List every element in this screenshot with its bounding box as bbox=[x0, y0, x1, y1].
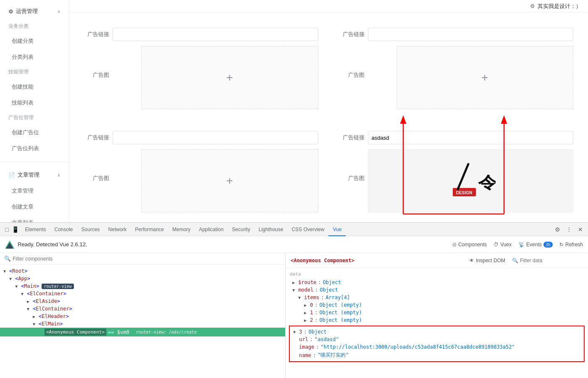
sidebar-item-ad-list[interactable]: 广告位列表 bbox=[0, 141, 69, 156]
tab-performance[interactable]: Performance bbox=[131, 223, 168, 236]
plus-icon-1: + bbox=[226, 71, 233, 84]
settings-icon: ⚙ bbox=[530, 3, 535, 9]
tree-node-elheader[interactable]: <ElHeader> bbox=[0, 313, 285, 320]
tab-sources[interactable]: Sources bbox=[77, 223, 104, 236]
events-icon: 📡 bbox=[518, 242, 525, 248]
article-group-label: 文章管理 bbox=[18, 171, 57, 179]
tree-node-elcontainer1[interactable]: <ElContainer> bbox=[0, 290, 285, 297]
tree-node-elaside[interactable]: <ElAside> bbox=[0, 297, 285, 305]
components-icon: ⊙ bbox=[452, 242, 457, 248]
tab-elements[interactable]: Elements bbox=[21, 223, 50, 236]
sidebar-item-article-mgmt[interactable]: 文章管理 bbox=[0, 183, 69, 199]
model-arrow: ▼ bbox=[292, 288, 298, 292]
tab-security[interactable]: Security bbox=[228, 223, 254, 236]
inspect-dom-btn[interactable]: 👁 Inspect DOM bbox=[469, 258, 505, 263]
data-panel-header: <Anonymous Component> 👁 Inspect DOM 🔍 bbox=[286, 253, 588, 268]
ops-group-header[interactable]: ⚙ 运营管理 ∧ bbox=[0, 3, 69, 19]
vm0-label: == $vm0 bbox=[108, 329, 129, 335]
name-key: name bbox=[299, 352, 311, 358]
ad2-image-upload[interactable]: + bbox=[396, 46, 574, 109]
tab-css-overview[interactable]: CSS Overview bbox=[287, 223, 328, 236]
ops-group-label: 运营管理 bbox=[16, 8, 57, 15]
settings-devtools-btn[interactable]: ⚙ bbox=[553, 224, 562, 235]
article-icon: 📄 bbox=[8, 172, 15, 178]
tree-node-root[interactable]: <Root> bbox=[0, 267, 285, 275]
tree-node-anonymous[interactable]: <Anonymous Component> == $vm0 router-vie… bbox=[0, 328, 285, 336]
ad3-image-upload[interactable]: + bbox=[141, 149, 318, 212]
ad-card-3: 广告链接 广告图 + bbox=[78, 127, 325, 222]
sidebar-item-skill-list[interactable]: 技能列表 bbox=[0, 95, 69, 111]
plus-icon-2: + bbox=[481, 71, 488, 84]
tab-lighthouse[interactable]: Lighthouse bbox=[255, 223, 288, 236]
ad-row-2: 广告链接 广告图 + 广告链接 bbox=[78, 127, 580, 222]
device-btn[interactable]: 📱 bbox=[10, 224, 21, 235]
data-route-row[interactable]: ▶ $route : Object bbox=[286, 279, 588, 286]
items-arrow: ▼ bbox=[298, 295, 304, 300]
tab-network[interactable]: Network bbox=[104, 223, 131, 236]
components-btn[interactable]: ⊙ Components bbox=[452, 242, 487, 248]
eye-icon: 👁 bbox=[469, 258, 474, 263]
sidebar-item-cat-list[interactable]: 分类列表 bbox=[0, 49, 69, 65]
data-item-3-row[interactable]: ▼ 3 : Object bbox=[291, 328, 582, 336]
inspect-element-btn[interactable]: □ bbox=[3, 224, 10, 235]
sidebar-item-create-cat[interactable]: 创建分类 bbox=[0, 33, 69, 49]
filter-data-input[interactable] bbox=[520, 258, 583, 263]
events-count-badge: 35 bbox=[543, 242, 553, 248]
data-model-row[interactable]: ▼ model : Object bbox=[286, 286, 588, 294]
events-btn[interactable]: 📡 Events 35 bbox=[518, 242, 553, 248]
tree-node-app[interactable]: <App> bbox=[0, 275, 285, 282]
tree-arrow-elcontainer2 bbox=[27, 307, 33, 311]
ad1-link-input[interactable] bbox=[113, 28, 318, 41]
url-value: "asdasd" bbox=[315, 336, 339, 342]
filter-components-input[interactable] bbox=[13, 256, 281, 262]
tab-console[interactable]: Console bbox=[50, 223, 77, 236]
component-filter: 🔍 bbox=[0, 253, 285, 265]
tab-application[interactable]: Application bbox=[195, 223, 228, 236]
image-value: "http://localhost:3000/uploads/c53ada8f4… bbox=[320, 344, 514, 350]
component-title: <Anonymous Component> bbox=[291, 258, 469, 263]
article-group-header[interactable]: 📄 文章管理 ∧ bbox=[0, 167, 69, 183]
svg-text:DESIGN: DESIGN bbox=[456, 190, 472, 195]
close-devtools-btn[interactable]: ✕ bbox=[576, 224, 585, 235]
sidebar-item-article-list[interactable]: 文章列表 bbox=[0, 215, 69, 222]
ad-row-1: 广告链接 广告图 + 广告链接 bbox=[78, 23, 580, 118]
refresh-btn[interactable]: ↻ Refresh bbox=[559, 242, 583, 248]
ad1-image-upload[interactable]: + bbox=[141, 46, 318, 109]
ad4-image-label: 广告图 bbox=[339, 175, 365, 182]
ad3-link-input[interactable] bbox=[113, 131, 318, 144]
items-value: Array[4] bbox=[326, 295, 350, 300]
search-icon: 🔍 bbox=[4, 255, 11, 262]
data-url-row: url : "asdasd" bbox=[291, 336, 582, 343]
tab-memory[interactable]: Memory bbox=[168, 223, 194, 236]
model-key: model bbox=[298, 287, 313, 293]
tree-node-main[interactable]: <Main> router-view bbox=[0, 282, 285, 290]
route-arrow: ▶ bbox=[292, 280, 298, 285]
sidebar-item-create-article[interactable]: 创建文章 bbox=[0, 199, 69, 215]
tree-node-elmain[interactable]: <ElMain> bbox=[0, 320, 285, 328]
search-icon-2: 🔍 bbox=[512, 258, 518, 263]
design-logo-svg: DESIGN 令 bbox=[445, 162, 496, 200]
sidebar-item-create-skill[interactable]: 创建技能 bbox=[0, 79, 69, 95]
plus-icon-3: + bbox=[226, 174, 233, 188]
events-label: Events bbox=[526, 242, 542, 248]
ad1-image-label: 广告图 bbox=[84, 71, 109, 79]
router-view-badge: router-view bbox=[42, 284, 74, 289]
anonymous-component-label: <Anonymous Component> bbox=[45, 328, 106, 336]
data-item-2-row[interactable]: ▶ 2 : Object (empty) bbox=[286, 316, 588, 324]
tree-node-elcontainer2[interactable]: <ElContainer> bbox=[0, 305, 285, 313]
data-items-row[interactable]: ▼ items : Array[4] bbox=[286, 294, 588, 301]
refresh-icon: ↻ bbox=[559, 242, 564, 248]
ad4-link-input[interactable]: asdasd bbox=[368, 131, 574, 144]
filter-data-area: 🔍 bbox=[512, 258, 583, 263]
data-item-1-row[interactable]: ▶ 1 : Object (empty) bbox=[286, 309, 588, 316]
tree-arrow-app bbox=[9, 276, 15, 281]
data-item-0-row[interactable]: ▶ 0 : Object (empty) bbox=[286, 301, 588, 309]
more-options-btn[interactable]: ⋮ bbox=[564, 224, 574, 235]
tab-vue[interactable]: Vue bbox=[328, 223, 346, 236]
sidebar-item-create-ad[interactable]: 创建广告位 bbox=[0, 125, 69, 141]
ad2-link-input[interactable] bbox=[368, 28, 574, 41]
name-value: "嗦买打实的" bbox=[318, 352, 349, 359]
ad-card-4: 广告链接 asdasd 广告图 bbox=[333, 127, 580, 222]
skill-mgmt-section: 技能管理 bbox=[0, 65, 69, 79]
vuex-btn[interactable]: ⏱ Vuex bbox=[494, 242, 512, 248]
